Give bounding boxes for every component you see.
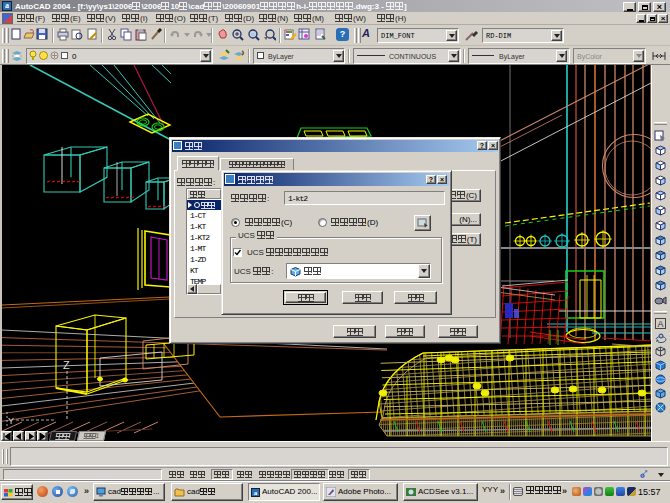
svg-text:A: A — [658, 319, 664, 329]
svg-text:Z: Z — [63, 359, 70, 371]
svg-text:Y: Y — [8, 416, 14, 426]
